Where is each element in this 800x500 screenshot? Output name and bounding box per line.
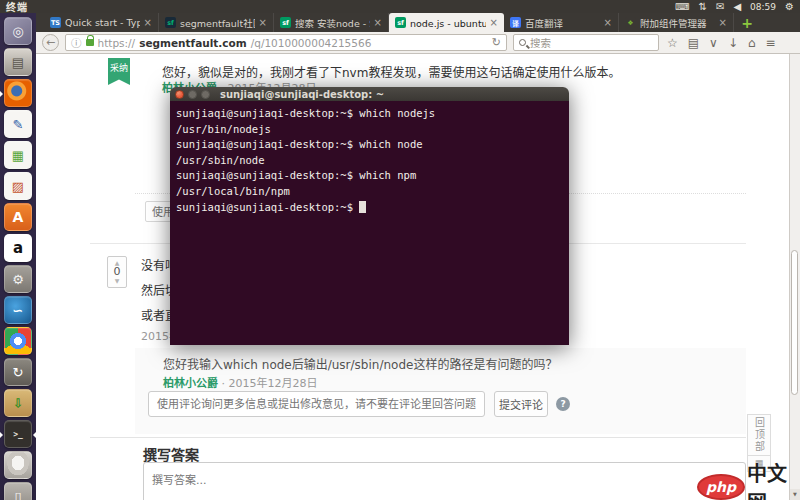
- launcher-item-libreoffice-calc[interactable]: ▦: [4, 141, 32, 169]
- terminal-line: /usr/bin/nodejs: [176, 122, 563, 138]
- launcher-item-chromium[interactable]: [4, 327, 32, 355]
- bookmarks-menu-icon[interactable]: ▤: [688, 36, 699, 50]
- tab-nodejs-question[interactable]: sf node.js - ubuntu下明... ×: [389, 13, 504, 32]
- tab-close-icon[interactable]: ×: [490, 17, 498, 28]
- launcher-item-libreoffice-impress[interactable]: ▨: [4, 172, 32, 200]
- launcher-item-files[interactable]: ▤: [4, 48, 32, 76]
- downloads-icon[interactable]: ↓: [728, 36, 738, 50]
- launcher-item-disks[interactable]: [4, 451, 32, 479]
- back-button[interactable]: ←: [42, 34, 59, 51]
- https-lock-icon: [86, 39, 94, 46]
- tab-quick-start[interactable]: TS Quick start - TypeSc... ×: [44, 13, 159, 32]
- navigation-toolbar: ← ⓘ https://segmentfault.com/q/101000000…: [36, 32, 800, 54]
- url-bar[interactable]: ⓘ https://segmentfault.com/q/10100000042…: [65, 34, 507, 51]
- tab-baidu-translate[interactable]: 译 百度翻译 ×: [504, 13, 619, 32]
- page-info-icon[interactable]: ⓘ: [71, 35, 82, 50]
- unity-launcher: ◎ ▤ ✎ ▦ ▨ A a ⚙ ∽ ↻ ⇩ >_ ▯: [0, 13, 36, 500]
- tab-segmentfault-home[interactable]: sf segmentfault社区_... ×: [159, 13, 274, 32]
- terminal-output[interactable]: sunjiaqi@sunjiaqi-desktop:~$ which nodej…: [170, 101, 569, 345]
- accepted-answer-badge: 采纳: [108, 58, 130, 85]
- launcher-item-libreoffice-writer[interactable]: ✎: [4, 110, 32, 138]
- volume-indicator-icon[interactable]: ◀: [733, 1, 741, 12]
- terminal-titlebar[interactable]: sunjiaqi@sunjiaqi-desktop: ~: [170, 87, 569, 101]
- hamburger-menu-icon[interactable]: ≡: [766, 36, 776, 50]
- tab-title: 附加组件管理器: [640, 16, 715, 30]
- search-bar[interactable]: 搜索: [513, 34, 659, 51]
- section-divider: [90, 437, 746, 438]
- terminal-line: sunjiaqi@sunjiaqi-desktop:~$ which node: [176, 137, 563, 153]
- launcher-item-terminal[interactable]: >_: [4, 420, 32, 448]
- answer-textarea[interactable]: [143, 462, 746, 500]
- tab-close-icon[interactable]: ×: [719, 17, 727, 28]
- comment-input[interactable]: [148, 391, 485, 417]
- firefox-window: TS Quick start - TypeSc... × sf segmentf…: [36, 13, 800, 500]
- launcher-item-software-updater[interactable]: ↻: [4, 358, 32, 386]
- tab-title: Quick start - TypeSc...: [65, 17, 140, 28]
- trash-icon: ▯: [14, 489, 21, 500]
- comment-byline: 柏林小公爵 · 2015年12月28日: [163, 374, 318, 390]
- comment-date: 2015年12月28日: [229, 377, 318, 390]
- home-icon[interactable]: ⌂: [748, 36, 756, 50]
- search-placeholder: 搜索: [530, 35, 551, 50]
- php-logo-badge: php: [697, 474, 745, 500]
- terminal-line: /usr/local/bin/npm: [176, 184, 563, 200]
- keyboard-indicator-icon[interactable]: ⌨: [675, 1, 689, 12]
- tab-title: 搜索 安装node - Seg...: [295, 16, 370, 30]
- tab-search-node[interactable]: sf 搜索 安装node - Seg... ×: [274, 13, 389, 32]
- tab-close-icon[interactable]: ×: [144, 17, 152, 28]
- tab-title: 百度翻译: [525, 16, 600, 30]
- back-to-top-button[interactable]: 回顶部: [747, 414, 771, 456]
- answer-text: 您好，貌似是对的，我刚才看了下nvm教程发现，需要使用这句话确定使用什么版本。: [162, 63, 620, 80]
- page-content: 采纳 您好，貌似是对的，我刚才看了下nvm教程发现，需要使用这句话确定使用什么版…: [36, 54, 800, 500]
- php-logo-text: 中文网: [747, 458, 800, 500]
- launcher-item-amazon[interactable]: a: [4, 234, 32, 262]
- amazon-icon: a: [13, 239, 23, 257]
- terminal-window: sunjiaqi@sunjiaqi-desktop: ~ sunjiaqi@su…: [170, 87, 569, 345]
- ubuntu-desktop: 终端 ⌨ ⇅ ✉ ◀ 08:59 ⚙ ◎ ▤ ✎ ▦ ▨ A a ⚙ ∽ ↻ ⇩…: [0, 0, 800, 500]
- session-gear-icon[interactable]: ⚙: [785, 1, 794, 12]
- tab-close-icon[interactable]: ×: [604, 17, 612, 28]
- launcher-item-system-settings[interactable]: ⚙: [4, 265, 32, 293]
- search-icon: [519, 39, 526, 46]
- pocket-icon[interactable]: ∨: [709, 36, 718, 50]
- clock[interactable]: 08:59: [750, 2, 776, 12]
- launcher-item-software-center[interactable]: A: [4, 203, 32, 231]
- launcher-item-dash-home[interactable]: ◎: [4, 17, 32, 45]
- comment-text: 您好我输入which node后输出/usr/sbin/node这样的路径是有问…: [163, 355, 557, 372]
- close-icon[interactable]: [175, 90, 184, 99]
- dash-home-icon: ◎: [12, 24, 23, 39]
- vote-down-icon[interactable]: ▼: [115, 278, 120, 284]
- php-cn-watermark[interactable]: php 中文网: [697, 458, 800, 500]
- byline-separator: ·: [218, 377, 229, 390]
- maximize-icon[interactable]: [201, 90, 210, 99]
- software-center-icon: A: [13, 209, 24, 225]
- tab-close-icon[interactable]: ×: [259, 17, 267, 28]
- submit-comment-button[interactable]: 提交评论: [494, 391, 548, 417]
- new-tab-button[interactable]: +: [734, 13, 760, 32]
- focused-app-title: 终端: [6, 0, 28, 14]
- running-indicator: [0, 90, 7, 98]
- package-installer-icon: ⇩: [13, 396, 24, 411]
- tab-close-icon[interactable]: ×: [374, 17, 382, 28]
- reload-icon[interactable]: ↻: [492, 36, 501, 49]
- launcher-item-thunderbird[interactable]: ∽: [4, 296, 32, 324]
- segmentfault-favicon: sf: [395, 17, 406, 28]
- url-host: segmentfault.com: [139, 37, 247, 49]
- launcher-item-firefox[interactable]: [4, 79, 32, 107]
- messages-indicator-icon[interactable]: ✉: [716, 1, 724, 12]
- comment-section: 您好我输入which node后输出/usr/sbin/node这样的路径是有问…: [135, 348, 746, 434]
- terminal-icon: >_: [13, 430, 23, 439]
- write-answer-heading: 撰写答案: [143, 444, 199, 464]
- tab-strip: TS Quick start - TypeSc... × sf segmentf…: [36, 13, 800, 32]
- scrollbar-thumb[interactable]: [791, 250, 798, 395]
- bookmark-star-icon[interactable]: ☆: [667, 36, 678, 50]
- launcher-item-package-installer[interactable]: ⇩: [4, 389, 32, 417]
- author-link[interactable]: 柏林小公爵: [163, 377, 218, 390]
- launcher-item-trash[interactable]: ▯: [4, 482, 32, 500]
- terminal-prompt-line: sunjiaqi@sunjiaqi-desktop:~$: [176, 200, 563, 216]
- terminal-line: sunjiaqi@sunjiaqi-desktop:~$ which npm: [176, 168, 563, 184]
- tab-addons-manager[interactable]: ❖ 附加组件管理器 ×: [619, 13, 734, 32]
- network-indicator-icon[interactable]: ⇅: [699, 1, 707, 12]
- minimize-icon[interactable]: [188, 90, 197, 99]
- help-icon[interactable]: ?: [556, 397, 570, 411]
